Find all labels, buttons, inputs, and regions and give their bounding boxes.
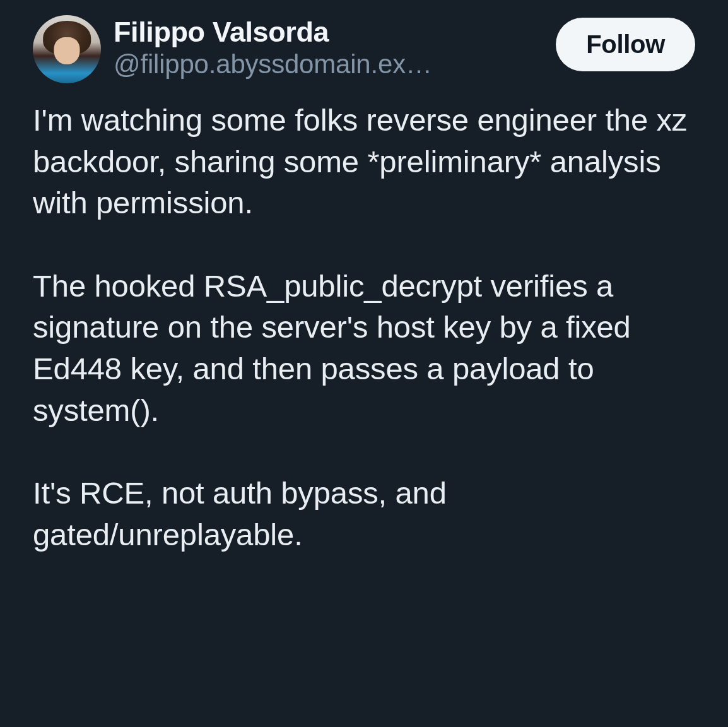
post-body: I'm watching some folks reverse engineer… bbox=[33, 100, 695, 555]
follow-button[interactable]: Follow bbox=[556, 18, 695, 71]
post-header: Filippo Valsorda @filippo.abyssdomain.ex… bbox=[33, 15, 695, 83]
author-display-name: Filippo Valsorda bbox=[114, 16, 543, 48]
author-block[interactable]: Filippo Valsorda @filippo.abyssdomain.ex… bbox=[114, 15, 543, 81]
author-handle: @filippo.abyssdomain.ex… bbox=[114, 48, 543, 81]
avatar[interactable] bbox=[33, 15, 101, 83]
social-post: Filippo Valsorda @filippo.abyssdomain.ex… bbox=[0, 0, 728, 570]
